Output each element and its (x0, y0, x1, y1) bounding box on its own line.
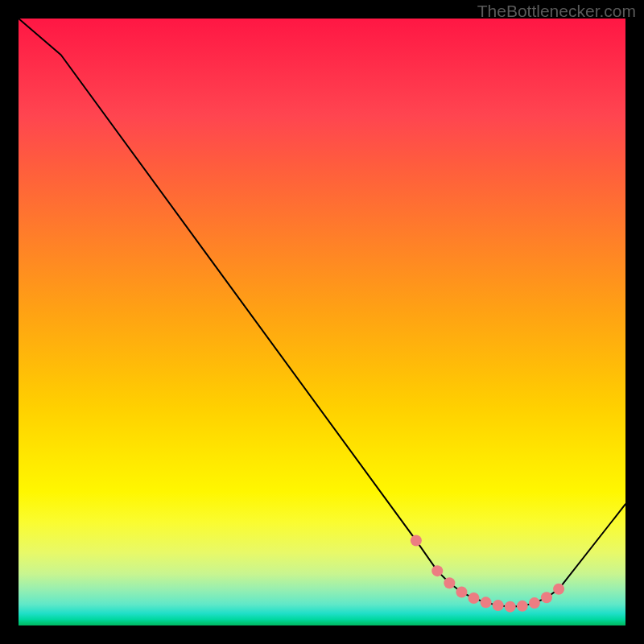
marker-dot (456, 587, 467, 598)
marker-dot (431, 565, 443, 576)
chart-svg (19, 19, 625, 625)
marker-dot (444, 577, 455, 588)
marker-dot (553, 584, 564, 595)
curve-line (19, 19, 625, 607)
plot-area (19, 19, 625, 625)
chart-container: TheBottlenecker.com (0, 0, 644, 644)
marker-dot (481, 597, 492, 608)
marker-dot (541, 592, 552, 603)
marker-dot (505, 601, 516, 613)
line-series (19, 19, 625, 607)
marker-dot (469, 592, 480, 604)
marker-dot (517, 601, 528, 612)
watermark-text: TheBottlenecker.com (477, 2, 636, 21)
marker-dot (411, 535, 422, 546)
marker-dot (493, 600, 504, 611)
marker-dot (529, 597, 540, 609)
